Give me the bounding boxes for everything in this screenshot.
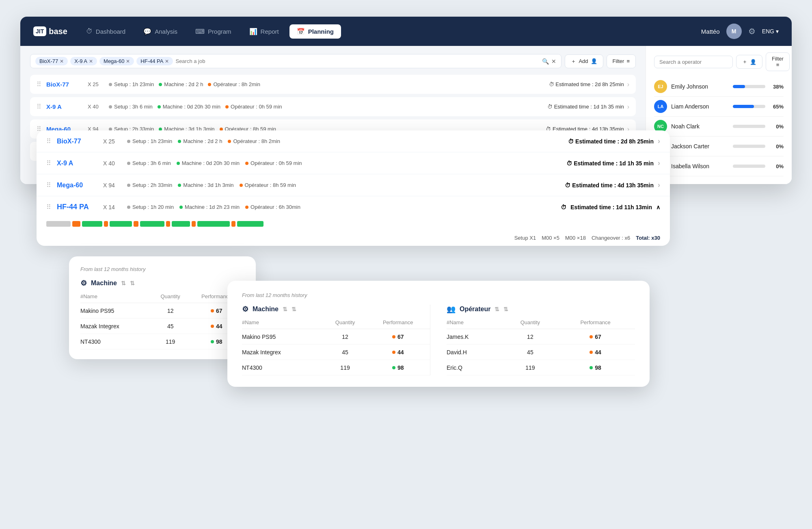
operator-name: James.K (447, 329, 505, 345)
scene: JIT base ⏱ Dashboard 💬 Analysis ⌨ Progra… (20, 17, 792, 512)
overlay-card-1: ⠿ BioX-77 X 25 Setup : 1h 23min Machine … (37, 130, 670, 246)
estimated-time: ⏱ Estimated time : 1d 11h 13min ∧ (561, 204, 660, 210)
expand-info: Setup X1 M00 ×5 M00 ×18 Changeover : x6 … (37, 233, 670, 246)
clear-icon[interactable]: ✕ (551, 58, 556, 65)
search-input[interactable] (175, 58, 224, 64)
progress-bar (733, 125, 765, 128)
operator-name: Emily Johnson (671, 83, 729, 90)
settings-icon[interactable]: ⚙ (748, 26, 756, 36)
operator-search-input[interactable] (654, 56, 733, 68)
tag-close-biox77[interactable]: ✕ (60, 59, 64, 64)
machine-table: #Name Quantity Performance Makino PS95 1… (242, 319, 430, 375)
person-icon: 👤 (591, 58, 597, 64)
nav-dashboard[interactable]: ⏱ Dashboard (79, 24, 133, 38)
operator-pct: 0% (769, 143, 784, 150)
machine-col: ⚙ Machine ⇅ ⇅ #Name Quantity Performance (242, 305, 430, 375)
tag-close-hf44pa[interactable]: ✕ (165, 59, 169, 64)
operator-time: Opérateur : 8h 2min (208, 81, 260, 87)
drag-handle[interactable]: ⠿ (37, 103, 41, 111)
operator-add-button[interactable]: ＋ 👤 (736, 55, 762, 69)
operator-table: #Name Quantity Performance James.K 12 67… (447, 319, 635, 375)
avatar: M (726, 24, 742, 39)
search-icon[interactable]: 🔍 (542, 58, 549, 65)
drag-handle[interactable]: ⠿ (46, 203, 51, 211)
operator-search-header: ＋ 👤 Filter ≡ (654, 52, 784, 71)
qty-col-header: Quantity (152, 293, 189, 303)
machine-time: Machine : 0d 20h 30 min (158, 104, 220, 110)
add-button[interactable]: ＋ Add 👤 (565, 54, 603, 68)
logo-text: base (49, 27, 67, 36)
user-name: Mattéo (701, 28, 720, 35)
operator-name: Liam Anderson (671, 103, 729, 110)
nav-analysis[interactable]: 💬 Analysis (136, 24, 185, 39)
seg-green-6 (237, 221, 263, 227)
m00-18: M00 ×18 (565, 235, 586, 241)
chevron-right-icon[interactable]: › (658, 137, 660, 145)
operator-name: Eric.Q (447, 360, 505, 375)
machine-qty: 119 (324, 360, 366, 375)
seg-orange-1 (72, 221, 80, 227)
chevron-right-icon[interactable]: › (658, 159, 660, 167)
tag-x9a[interactable]: X-9 A ✕ (70, 57, 97, 65)
history-label: From last 12 months history (80, 266, 244, 272)
tag-close-x9a[interactable]: ✕ (89, 59, 93, 64)
tag-mega60[interactable]: Mega-60 ✕ (99, 57, 134, 65)
operator-row-la: LA Liam Anderson 65% (654, 97, 784, 117)
machine-name: Makino PS95 (242, 329, 324, 345)
overlay-job-mega60: ⠿ Mega-60 X 94 Setup : 2h 33min Machine … (37, 174, 670, 196)
tag-biox77[interactable]: BioX-77 ✕ (35, 57, 68, 65)
setup-time: Setup : 2h 33min (127, 182, 172, 188)
setup-time: Setup : 1h 20 min (127, 204, 174, 210)
m00-5: M00 ×5 (542, 235, 559, 241)
chevron-up-icon[interactable]: ∧ (656, 204, 660, 210)
progress-fill (733, 105, 754, 108)
operator-qty: 12 (505, 329, 556, 345)
job-name: X-9 A (46, 103, 83, 110)
seg-green-2 (110, 221, 132, 227)
sort-qty-icon[interactable]: ⇅ (283, 306, 287, 312)
tag-close-mega60[interactable]: ✕ (126, 59, 130, 64)
chevron-right-icon[interactable]: › (627, 103, 629, 111)
operator-name: Noah Clark (671, 123, 729, 130)
seg-orange-6 (231, 221, 235, 227)
job-name: BioX-77 (57, 138, 97, 145)
seg-green-3 (140, 221, 164, 227)
sort-icon-1[interactable]: ⇅ (121, 280, 126, 286)
filter-tags-container: BioX-77 ✕ X-9 A ✕ Mega-60 ✕ HF-44 PA ✕ 🔍… (30, 54, 561, 68)
tag-hf44pa[interactable]: HF-44 PA ✕ (136, 57, 173, 65)
sort-icon-2[interactable]: ⇅ (130, 280, 135, 286)
machine-perf: 67 (366, 329, 430, 345)
job-name: BioX-77 (46, 81, 83, 88)
operator-filter-button[interactable]: Filter ≡ (766, 52, 790, 71)
language-selector[interactable]: ENG ▾ (762, 28, 779, 35)
changeover: Changeover : x6 (592, 235, 630, 241)
machine-time: Machine : 2d 2 h (178, 138, 222, 144)
seg-green-5 (197, 221, 230, 227)
job-row-x9a: ⠿ X-9 A X 40 Setup : 3h 6 min Machine : … (30, 97, 636, 116)
sort-perf-icon[interactable]: ⇅ (503, 306, 508, 312)
job-count: X 94 (103, 182, 121, 189)
sort-perf-icon[interactable]: ⇅ (292, 306, 296, 312)
table-row: NT4300 119 98 (242, 360, 430, 375)
name-col-header: #Name (80, 293, 152, 303)
drag-handle[interactable]: ⠿ (46, 159, 51, 167)
job-name: HF-44 PA (57, 203, 97, 211)
sort-qty-icon[interactable]: ⇅ (495, 306, 499, 312)
drag-handle[interactable]: ⠿ (46, 181, 51, 189)
progress-fill (733, 85, 745, 88)
logo-icon: JIT (33, 26, 46, 36)
operator-row-nc: NC Noah Clark 0% (654, 117, 784, 137)
nav-report[interactable]: 📊 Report (242, 24, 286, 39)
nav-program[interactable]: ⌨ Program (188, 24, 239, 39)
setup-time: Setup : 3h 6 min (127, 160, 171, 166)
drag-handle[interactable]: ⠿ (37, 80, 41, 88)
seg-orange-2 (104, 221, 108, 227)
table-row: James.K 12 67 (447, 329, 635, 345)
nav-planning[interactable]: 📅 Planning (289, 24, 341, 39)
operator-time: Opérateur : 0h 59 min (245, 160, 302, 166)
chevron-right-icon[interactable]: › (658, 181, 660, 189)
chevron-right-icon[interactable]: › (627, 81, 629, 88)
operator-name: Isabella Wilson (671, 163, 729, 169)
drag-handle[interactable]: ⠿ (46, 137, 51, 145)
filter-button[interactable]: Filter ≡ (607, 54, 636, 68)
